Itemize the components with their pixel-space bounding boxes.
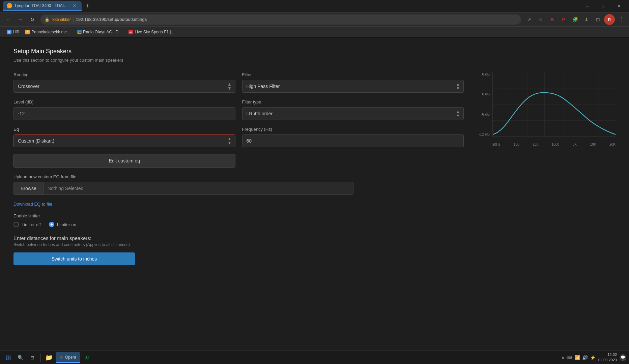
- bookmarks-bar: H Hifi P Pannekakesekk me... 📻 Radio Olø…: [0, 26, 629, 38]
- level-label: Level (dB): [13, 99, 235, 104]
- close-button[interactable]: ✕: [611, 0, 626, 12]
- taskbar: ⊞ 🔍 ⊟ 📁 ● Opera ♫ ∧ ⌨ 📶 🔊 ⚡ 12:02 02.09.…: [0, 351, 629, 364]
- switch-units-button[interactable]: Switch units to inches: [13, 252, 135, 265]
- level-filtertype-row: Level (dB) Filter type LR 4th order LR 2…: [13, 99, 464, 120]
- level-input[interactable]: [13, 107, 235, 120]
- limiter-off-label: Limiter off: [22, 222, 41, 227]
- bookmark-hifi[interactable]: H Hifi: [4, 29, 21, 35]
- task-view-button[interactable]: ⊟: [27, 352, 38, 363]
- notification-icon: 💬: [621, 355, 625, 360]
- reload-button[interactable]: ↻: [27, 14, 38, 25]
- menu-button[interactable]: ⋮: [616, 14, 626, 25]
- routing-select[interactable]: Crossover Full Range: [14, 80, 235, 92]
- nav-actions: ↗ ☆ B P 🧩 ⬇ ⊡ R ⋮: [524, 14, 626, 25]
- filter-select-wrapper: High Pass Filter Low Pass Filter ▲▼: [242, 80, 464, 93]
- file-explorer-button[interactable]: 📁: [44, 352, 54, 363]
- level-group: Level (dB): [13, 99, 235, 120]
- window-controls: ─ □ ✕: [580, 0, 626, 12]
- limiter-on-option[interactable]: Limiter on: [49, 222, 76, 227]
- bookmark-pannekake[interactable]: P Pannekakesekk me...: [23, 29, 73, 35]
- hifi-favicon: H: [7, 30, 11, 34]
- folder-icon: 📁: [45, 354, 53, 361]
- maximize-button[interactable]: □: [595, 0, 611, 12]
- x-label-1000: 1000: [552, 143, 559, 146]
- right-column: 6 dB 0 dB -6 dB -12 dB: [474, 72, 616, 265]
- clock-date: 02.09.2023: [598, 358, 617, 363]
- chart-x-labels: 20Hz 100 250 1000 3K 10K 20K: [492, 138, 616, 146]
- forward-button[interactable]: →: [15, 14, 26, 25]
- limiter-on-radio[interactable]: [49, 222, 54, 227]
- page-title: Setup Main Speakers: [13, 48, 616, 55]
- limiter-off-radio[interactable]: [13, 222, 19, 227]
- upload-label: Upload new custom EQ from file: [13, 174, 464, 179]
- chart-svg: [493, 72, 616, 136]
- ext2-button[interactable]: P: [558, 14, 569, 25]
- minimize-button[interactable]: ─: [580, 0, 595, 12]
- volume-icon[interactable]: 🔊: [582, 355, 588, 360]
- security-icon: 🔒: [45, 17, 50, 22]
- start-button[interactable]: ⊞: [3, 352, 13, 363]
- ext1-button[interactable]: B: [547, 14, 557, 25]
- frequency-group: Frequency (Hz): [242, 127, 464, 147]
- search-button[interactable]: 🔍: [15, 352, 26, 363]
- upload-section: Upload new custom EQ from file Browse No…: [13, 174, 464, 195]
- routing-group: Routing Crossover Full Range ▲▼: [13, 72, 235, 93]
- taskbar-right: ∧ ⌨ 📶 🔊 ⚡ 12:02 02.09.2023 💬: [561, 352, 626, 363]
- profile-button[interactable]: R: [604, 14, 615, 25]
- y-label-6db: 6 dB: [482, 72, 490, 76]
- browse-button[interactable]: Browse: [14, 182, 44, 194]
- task-view-icon: ⊟: [30, 355, 34, 360]
- opera-button[interactable]: ● Opera: [56, 352, 80, 363]
- limiter-off-option[interactable]: Limiter off: [13, 222, 41, 227]
- tray-expand-icon[interactable]: ∧: [561, 355, 565, 360]
- distances-title: Enter distances for main speakers:: [13, 235, 464, 241]
- bookmark-sky[interactable]: 🏎 Live Sky Sports F1 |...: [126, 29, 177, 35]
- bookmark-radio[interactable]: 📻 Radio Oløya AC - D...: [74, 29, 124, 35]
- filter-type-select-wrapper: LR 4th order LR 2nd order ▲▼: [242, 107, 464, 120]
- opera-label: Opera: [65, 355, 76, 360]
- eq-group: Eq Custom (Diskant) ▲▼: [13, 127, 235, 147]
- sky-favicon: 🏎: [128, 30, 133, 34]
- address-bar[interactable]: 🔒 Ikke sikker | 192.168.39.190/setup/out…: [40, 14, 521, 25]
- filter-type-label: Filter type: [242, 99, 464, 104]
- x-label-3k: 3K: [573, 143, 577, 146]
- eq-label: Eq: [13, 127, 235, 132]
- browser-tab[interactable]: L Lyngdorf TDAI-3400 - TDAI-3400 ✕: [3, 1, 82, 11]
- filter-type-select[interactable]: LR 4th order LR 2nd order: [242, 108, 464, 120]
- distances-section: Enter distances for main speakers: Switc…: [13, 235, 464, 265]
- chart-svg-container: [492, 72, 616, 137]
- y-label-0db: 0 dB: [482, 92, 490, 96]
- download-row: Download EQ to file: [13, 202, 464, 207]
- download-button[interactable]: ⬇: [581, 14, 592, 25]
- clock[interactable]: 12:02 02.09.2023: [598, 352, 617, 363]
- download-eq-link[interactable]: Download EQ to file: [13, 202, 52, 207]
- keyboard-icon[interactable]: ⌨: [567, 355, 572, 360]
- pannekake-favicon: P: [25, 30, 30, 34]
- filter-select[interactable]: High Pass Filter Low Pass Filter: [242, 80, 464, 92]
- url-text: 192.168.39.190/setup/outputsettings: [76, 17, 147, 22]
- split-button[interactable]: ⊡: [593, 14, 603, 25]
- start-icon: ⊞: [5, 354, 11, 362]
- spotify-button[interactable]: ♫: [82, 352, 92, 363]
- left-column: Routing Crossover Full Range ▲▼ Filter: [13, 72, 464, 265]
- ext3-button[interactable]: 🧩: [570, 14, 580, 25]
- y-label-neg12db: -12 dB: [479, 132, 490, 136]
- network-icon[interactable]: 📶: [574, 355, 580, 360]
- x-label-10k: 10K: [590, 143, 596, 146]
- edit-custom-eq-button[interactable]: Edit custom eq: [13, 154, 235, 168]
- share-button[interactable]: ↗: [524, 14, 535, 25]
- back-button[interactable]: ←: [3, 14, 13, 25]
- opera-icon: ●: [60, 354, 63, 360]
- notification-button[interactable]: 💬: [620, 354, 626, 361]
- frequency-input[interactable]: [242, 134, 464, 147]
- tab-close-btn[interactable]: ✕: [72, 3, 78, 9]
- x-label-100: 100: [514, 143, 519, 146]
- star-button[interactable]: ☆: [535, 14, 546, 25]
- radio-favicon: 📻: [77, 30, 82, 34]
- new-tab-button[interactable]: +: [83, 1, 92, 11]
- eq-select[interactable]: Custom (Diskant): [14, 135, 235, 147]
- filter-group: Filter High Pass Filter Low Pass Filter …: [242, 72, 464, 93]
- security-label: Ikke sikker: [52, 17, 71, 22]
- battery-icon[interactable]: ⚡: [590, 355, 596, 360]
- tab-title: Lyngdorf TDAI-3400 - TDAI-3400: [15, 3, 69, 8]
